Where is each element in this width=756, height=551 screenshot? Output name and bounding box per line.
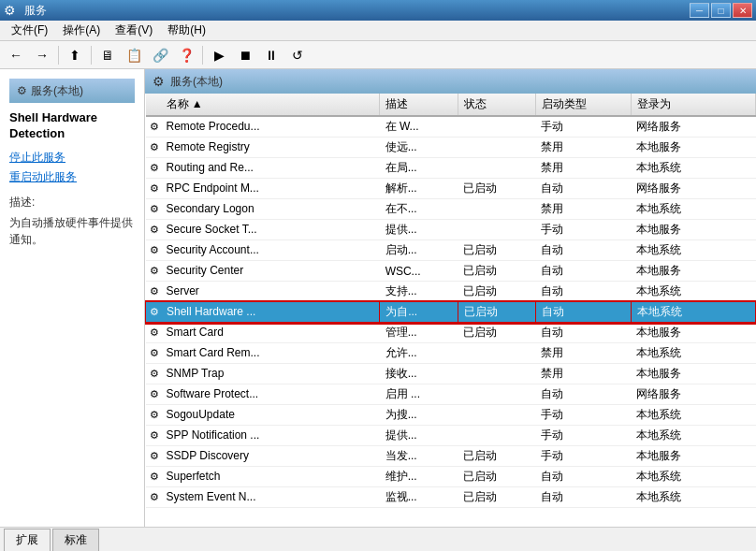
- back-button[interactable]: ←: [4, 44, 28, 66]
- cell-login: 本地服务: [631, 446, 755, 467]
- cell-login: 本地服务: [631, 138, 755, 158]
- cell-desc: 解析...: [380, 179, 458, 199]
- restart-service-link[interactable]: 重启动此服务: [9, 169, 135, 185]
- cell-login: 网络服务: [631, 384, 755, 405]
- cell-status: 已启动: [458, 240, 535, 261]
- cell-login: 网络服务: [631, 179, 755, 199]
- right-panel-title: 服务(本地): [170, 74, 223, 90]
- table-row[interactable]: ⚙SNMP Trap接收...禁用本地服务: [146, 364, 756, 384]
- cell-service-name: ⚙SNMP Trap: [146, 364, 380, 384]
- cell-status: 已启动: [458, 282, 535, 302]
- col-header-startup[interactable]: 启动类型: [535, 94, 631, 116]
- cell-service-name: ⚙Secure Socket T...: [146, 220, 380, 240]
- table-row[interactable]: ⚙Smart Card管理...已启动自动本地服务: [146, 323, 756, 343]
- table-row[interactable]: ⚙Superfetch维护...已启动自动本地系统: [146, 467, 756, 487]
- restart-button[interactable]: ↺: [285, 44, 310, 66]
- cell-status: 已启动: [458, 467, 535, 487]
- show-hide-button[interactable]: 🖥: [95, 44, 120, 66]
- export-button[interactable]: 📋: [122, 44, 146, 66]
- table-row[interactable]: ⚙SogouUpdate为搜...手动本地系统: [146, 405, 756, 426]
- tab-standard[interactable]: 标准: [52, 529, 99, 551]
- cell-status: [458, 384, 535, 405]
- desc-text: 为自动播放硬件事件提供通知。: [9, 214, 135, 248]
- table-row[interactable]: ⚙RPC Endpoint M...解析...已启动自动网络服务: [146, 179, 756, 199]
- menu-action[interactable]: 操作(A): [55, 22, 108, 40]
- cell-login: 本地系统: [631, 302, 755, 323]
- col-header-desc[interactable]: 描述: [380, 94, 458, 116]
- cell-status: [458, 199, 535, 220]
- tab-expand[interactable]: 扩展: [4, 529, 51, 551]
- cell-startup: 手动: [535, 116, 631, 138]
- cell-desc: 管理...: [380, 323, 458, 343]
- table-row[interactable]: ⚙SPP Notification ...提供...手动本地系统: [146, 426, 756, 446]
- table-row[interactable]: ⚙Software Protect...启用 ...自动网络服务: [146, 384, 756, 405]
- cell-login: 本地服务: [631, 323, 755, 343]
- table-row[interactable]: ⚙Remote Procedu...在 W...手动网络服务: [146, 116, 756, 138]
- cell-login: 本地系统: [631, 282, 755, 302]
- help-button[interactable]: ❓: [174, 44, 198, 66]
- cell-login: 本地系统: [631, 158, 755, 179]
- selected-service-name: Shell Hardware Detection: [9, 110, 135, 142]
- cell-status: 已启动: [458, 323, 535, 343]
- cell-status: [458, 138, 535, 158]
- cell-service-name: ⚙Smart Card Rem...: [146, 343, 380, 364]
- stop-service-link[interactable]: 停止此服务: [9, 150, 135, 166]
- menu-file[interactable]: 文件(F): [4, 22, 55, 40]
- forward-button[interactable]: →: [30, 44, 54, 66]
- table-row[interactable]: ⚙Remote Registry使远...禁用本地服务: [146, 138, 756, 158]
- cell-status: 已启动: [458, 487, 535, 508]
- menu-view[interactable]: 查看(V): [108, 22, 160, 40]
- cell-desc: 维护...: [380, 467, 458, 487]
- cell-desc: 监视...: [380, 487, 458, 508]
- cell-service-name: ⚙Software Protect...: [146, 384, 380, 405]
- col-header-login[interactable]: 登录为: [631, 94, 755, 116]
- cell-status: 已启动: [458, 446, 535, 467]
- cell-desc: 启动...: [380, 240, 458, 261]
- table-row[interactable]: ⚙Smart Card Rem...允许...禁用本地系统: [146, 343, 756, 364]
- cell-service-name: ⚙SSDP Discovery: [146, 446, 380, 467]
- cell-desc: 为搜...: [380, 405, 458, 426]
- cell-startup: 禁用: [535, 199, 631, 220]
- up-button[interactable]: ⬆: [63, 44, 87, 66]
- cell-startup: 手动: [535, 446, 631, 467]
- cell-startup: 自动: [535, 179, 631, 199]
- table-row[interactable]: ⚙Server支持...已启动自动本地系统: [146, 282, 756, 302]
- table-row[interactable]: ⚙Routing and Re...在局...禁用本地系统: [146, 158, 756, 179]
- table-row[interactable]: ⚙Shell Hardware ...为自...已启动自动本地系统: [146, 302, 756, 323]
- cell-desc: 为自...: [380, 302, 458, 323]
- menu-help[interactable]: 帮助(H): [160, 22, 213, 40]
- cell-startup: 禁用: [535, 158, 631, 179]
- cell-startup: 手动: [535, 426, 631, 446]
- toolbar: ← → ⬆ 🖥 📋 🔗 ❓ ▶ ⏹ ⏸ ↺: [0, 41, 756, 69]
- close-button[interactable]: ✕: [733, 3, 752, 18]
- cell-login: 本地系统: [631, 199, 755, 220]
- pause-button[interactable]: ⏸: [259, 44, 284, 66]
- cell-desc: 提供...: [380, 426, 458, 446]
- connect-button[interactable]: 🔗: [148, 44, 172, 66]
- table-row[interactable]: ⚙Security CenterWSC...已启动自动本地服务: [146, 261, 756, 282]
- maximize-button[interactable]: □: [711, 3, 731, 18]
- cell-status: [458, 426, 535, 446]
- table-row[interactable]: ⚙SSDP Discovery当发...已启动手动本地服务: [146, 446, 756, 467]
- table-row[interactable]: ⚙Secondary Logon在不...禁用本地系统: [146, 199, 756, 220]
- toolbar-sep-3: [202, 46, 203, 65]
- cell-service-name: ⚙SogouUpdate: [146, 405, 380, 426]
- table-row[interactable]: ⚙Secure Socket T...提供...手动本地服务: [146, 220, 756, 240]
- title-bar-left: ⚙ 服务: [4, 3, 47, 19]
- cell-login: 本地系统: [631, 487, 755, 508]
- cell-service-name: ⚙SPP Notification ...: [146, 426, 380, 446]
- table-row[interactable]: ⚙Security Account...启动...已启动自动本地系统: [146, 240, 756, 261]
- play-button[interactable]: ▶: [207, 44, 231, 66]
- cell-desc: 当发...: [380, 446, 458, 467]
- minimize-button[interactable]: ─: [690, 3, 709, 18]
- cell-login: 本地系统: [631, 343, 755, 364]
- stop-button[interactable]: ⏹: [233, 44, 257, 66]
- table-row[interactable]: ⚙System Event N...监视...已启动自动本地系统: [146, 487, 756, 508]
- cell-login: 本地系统: [631, 426, 755, 446]
- col-header-name[interactable]: 名称 ▲: [146, 94, 380, 116]
- status-bar: 扩展 标准: [0, 527, 756, 551]
- col-header-status[interactable]: 状态: [458, 94, 535, 116]
- services-table[interactable]: 名称 ▲ 描述 状态 启动类型 登录为 ⚙Remote Procedu...在 …: [145, 94, 756, 527]
- cell-startup: 自动: [535, 240, 631, 261]
- left-panel-header: ⚙ 服务(本地): [9, 79, 135, 103]
